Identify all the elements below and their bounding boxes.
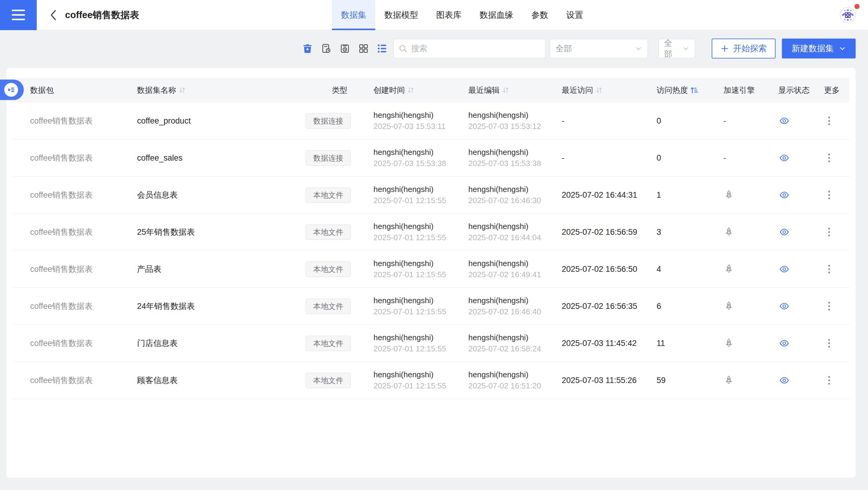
accelerate-rocket-icon[interactable] (723, 301, 734, 312)
table-row[interactable]: coffee销售数据表 门店信息表 本地文件 hengshi(hengshi)2… (13, 325, 849, 362)
edited-at: 2025-07-02 16:58:24 (468, 344, 541, 353)
table-row[interactable]: coffee销售数据表 产品表 本地文件 hengshi(hengshi)202… (13, 251, 849, 288)
sort-arrows-icon[interactable] (179, 86, 186, 94)
more-kebab-icon[interactable] (824, 263, 834, 275)
dataset-name-link[interactable]: 顾客信息表 (137, 375, 178, 386)
accelerate-rocket-icon[interactable] (723, 375, 734, 386)
column-header[interactable]: 访问热度 (657, 85, 714, 95)
table-row[interactable]: coffee销售数据表 顾客信息表 本地文件 hengshi(hengshi)2… (13, 362, 849, 399)
accelerate-rocket-icon[interactable] (723, 190, 734, 200)
table-row[interactable]: coffee销售数据表 会员信息表 本地文件 hengshi(hengshi)2… (13, 177, 849, 214)
visibility-eye-icon[interactable] (778, 264, 790, 274)
edited-at: 2025-07-02 16:51:20 (468, 381, 541, 391)
sort-arrows-icon[interactable] (407, 86, 414, 94)
column-header[interactable]: 数据包 (13, 85, 137, 95)
tab-6[interactable]: 设置 (557, 0, 592, 30)
visibility-eye-icon[interactable] (778, 116, 790, 126)
notification-dot (855, 4, 860, 9)
accelerate-rocket-icon[interactable] (723, 338, 734, 349)
column-header[interactable]: 加速引擎 (714, 85, 771, 95)
dataset-package: coffee销售数据表 (30, 301, 93, 312)
tab-3[interactable]: 图表库 (427, 0, 470, 30)
column-header[interactable]: 最近编辑 (468, 85, 562, 95)
edited-by: hengshi(hengshi) (468, 370, 541, 379)
edited-at: 2025-07-02 16:49:41 (468, 270, 541, 279)
visibility-eye-icon[interactable] (778, 375, 790, 385)
sort-arrows-icon[interactable] (595, 86, 603, 94)
accelerate-rocket-icon[interactable] (723, 264, 734, 275)
dataset-name-link[interactable]: 24年销售数据表 (137, 301, 195, 312)
dataset-name-link[interactable]: 门店信息表 (137, 338, 178, 349)
more-kebab-icon[interactable] (824, 189, 834, 201)
search-input[interactable] (411, 44, 540, 53)
edited-at: 2025-07-02 16:46:40 (468, 307, 541, 316)
edited-at: 2025-07-03 15:53:38 (468, 159, 541, 168)
dataset-name-link[interactable]: coffee_sales (137, 153, 183, 163)
visibility-eye-icon[interactable] (778, 153, 790, 163)
column-header[interactable]: 最近访问 (562, 85, 657, 95)
dataset-name-link[interactable]: 产品表 (137, 264, 161, 275)
hamburger-icon (12, 10, 25, 11)
tab-4[interactable]: 数据血缘 (470, 0, 522, 30)
tab-5[interactable]: 参数 (522, 0, 557, 30)
dataset-package: coffee销售数据表 (30, 227, 93, 237)
sidebar-toggle-handle[interactable] (0, 80, 24, 100)
dataset-package: coffee销售数据表 (30, 375, 93, 386)
visit-heat: 59 (657, 376, 665, 385)
dataset-name-link[interactable]: 会员信息表 (137, 190, 178, 200)
dataset-package: coffee销售数据表 (30, 338, 93, 349)
more-kebab-icon[interactable] (824, 226, 834, 238)
visit-heat: 4 (657, 265, 661, 274)
create-dataset-button[interactable]: 新建数据集 (782, 38, 856, 58)
dataset-type-badge: 本地文件 (306, 225, 351, 240)
more-kebab-icon[interactable] (824, 374, 834, 386)
more-kebab-icon[interactable] (824, 152, 834, 164)
back-button[interactable] (48, 9, 58, 21)
dataset-table-card: 数据包 数据集名称 类型 创建时间 最近编辑 最近访问 访问热度 加速引擎 显示… (6, 68, 856, 478)
accelerate-empty: - (723, 116, 726, 126)
filter-dropdown-package[interactable]: 全部 (550, 39, 648, 58)
start-explore-button[interactable]: 开始探索 (712, 38, 776, 58)
sort-ascending-active-icon[interactable] (690, 86, 698, 94)
list-view-icon[interactable] (376, 43, 388, 54)
edited-at: 2025-07-02 16:44:04 (468, 233, 541, 242)
created-by: hengshi(hengshi) (373, 333, 446, 342)
hamburger-menu-button[interactable] (0, 0, 37, 30)
page-title: coffee销售数据表 (65, 9, 139, 21)
visit-heat: 6 (657, 301, 661, 311)
more-kebab-icon[interactable] (824, 300, 834, 312)
more-kebab-icon[interactable] (824, 115, 834, 127)
sort-arrows-icon[interactable] (502, 86, 509, 94)
visibility-eye-icon[interactable] (778, 227, 790, 237)
recycle-bin-icon[interactable] (302, 43, 313, 54)
column-header[interactable]: 数据集名称 (137, 85, 306, 95)
tab-2[interactable]: 数据模型 (375, 0, 427, 30)
tab-1[interactable]: 数据集 (332, 0, 375, 30)
dataset-name-link[interactable]: 25年销售数据表 (137, 227, 195, 237)
recent-file-icon[interactable] (320, 43, 332, 54)
filter-dropdown-type[interactable]: 全部 (658, 39, 695, 58)
grid-view-icon[interactable] (358, 43, 369, 54)
visibility-eye-icon[interactable] (778, 339, 790, 348)
table-row[interactable]: coffee销售数据表 25年销售数据表 本地文件 hengshi(hengsh… (13, 214, 849, 251)
table-row[interactable]: coffee销售数据表 coffee_product 数据连接 hengshi(… (13, 103, 849, 140)
snapshot-box-icon[interactable] (339, 43, 350, 54)
user-avatar[interactable] (840, 7, 856, 23)
dataset-name-link[interactable]: coffee_product (137, 116, 191, 126)
table-row[interactable]: coffee销售数据表 coffee_sales 数据连接 hengshi(he… (13, 140, 849, 177)
table-header-row: 数据包 数据集名称 类型 创建时间 最近编辑 最近访问 访问热度 加速引擎 显示… (13, 78, 849, 103)
last-visited: - (562, 116, 564, 126)
edited-at: 2025-07-02 16:46:30 (468, 196, 541, 205)
column-header[interactable]: 类型 (306, 85, 373, 95)
table-row[interactable]: coffee销售数据表 24年销售数据表 本地文件 hengshi(hengsh… (13, 288, 849, 325)
column-header[interactable]: 更多 (821, 85, 849, 95)
edited-by: hengshi(hengshi) (468, 222, 541, 231)
more-kebab-icon[interactable] (824, 337, 834, 349)
accelerate-rocket-icon[interactable] (723, 227, 734, 237)
visibility-eye-icon[interactable] (778, 301, 790, 311)
last-visited: 2025-07-03 11:55:26 (562, 376, 637, 385)
column-header[interactable]: 创建时间 (373, 85, 468, 95)
created-by: hengshi(hengshi) (373, 148, 446, 157)
column-header[interactable]: 显示状态 (771, 85, 821, 95)
visibility-eye-icon[interactable] (778, 190, 790, 200)
